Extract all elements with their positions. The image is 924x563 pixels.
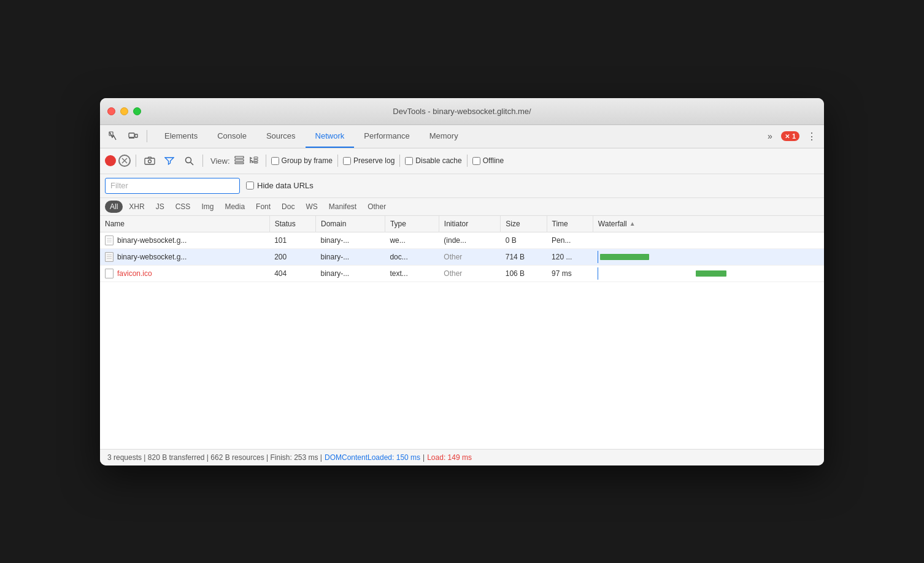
col-name[interactable]: Name: [100, 216, 269, 232]
tab-bar-divider: [147, 130, 147, 142]
td-size: 106 B: [501, 265, 547, 282]
network-toolbar: View:: [100, 148, 824, 174]
file-icon: [105, 269, 114, 278]
type-filter-bar: All XHR JS CSS Img Media Font Doc WS Man…: [100, 198, 824, 216]
td-waterfall: [593, 265, 824, 282]
table-header-row: Name Status Domain Type Initiator Size T…: [100, 216, 824, 232]
td-name: favicon.ico: [100, 265, 269, 282]
network-table-container: Name Status Domain Type Initiator Size T…: [100, 216, 824, 449]
error-count: 1: [792, 132, 796, 140]
col-waterfall[interactable]: Waterfall ▲: [593, 216, 824, 232]
col-type[interactable]: Type: [385, 216, 439, 232]
list-view-icon[interactable]: [233, 155, 246, 167]
camera-button[interactable]: [141, 152, 158, 169]
filter-font[interactable]: Font: [251, 201, 275, 213]
disable-cache-label[interactable]: Disable cache: [405, 156, 461, 165]
close-button[interactable]: [107, 107, 115, 115]
disable-cache-checkbox[interactable]: [405, 157, 413, 165]
traffic-lights: [107, 107, 141, 115]
col-time[interactable]: Time: [547, 216, 593, 232]
record-button[interactable]: [105, 155, 116, 166]
table-row[interactable]: binary-websocket.g... 101 binary-... we.…: [100, 232, 824, 248]
title-bar: DevTools - binary-websocket.glitch.me/: [100, 98, 824, 125]
svg-line-9: [190, 162, 193, 165]
device-toggle-icon[interactable]: [125, 128, 142, 145]
filter-xhr[interactable]: XHR: [124, 201, 149, 213]
td-status: 101: [269, 232, 315, 248]
tab-performance[interactable]: Performance: [354, 124, 419, 148]
col-initiator[interactable]: Initiator: [439, 216, 500, 232]
tab-elements[interactable]: Elements: [155, 124, 207, 148]
status-dcl: DOMContentLoaded: 150 ms: [325, 453, 420, 462]
filter-media[interactable]: Media: [220, 201, 250, 213]
td-domain: binary-...: [315, 265, 385, 282]
tab-console[interactable]: Console: [207, 124, 256, 148]
td-initiator: Other: [439, 265, 500, 282]
toolbar-divider-6: [467, 155, 468, 167]
toolbar-divider-3: [266, 155, 266, 167]
group-by-frame-checkbox[interactable]: [271, 157, 279, 165]
filter-manifest[interactable]: Manifest: [324, 201, 361, 213]
group-by-frame-label[interactable]: Group by frame: [271, 156, 333, 165]
td-type: text...: [385, 265, 439, 282]
toolbar-divider-1: [136, 155, 136, 167]
td-initiator: Other: [439, 248, 500, 265]
search-button[interactable]: [180, 152, 198, 169]
offline-checkbox[interactable]: [472, 157, 480, 165]
filter-all[interactable]: All: [105, 201, 123, 213]
table-row[interactable]: binary-websocket.g... 200 binary-... doc…: [100, 248, 824, 265]
tree-view-icon[interactable]: [247, 155, 261, 167]
tab-memory[interactable]: Memory: [420, 124, 468, 148]
inspect-icon[interactable]: [105, 128, 122, 145]
col-status[interactable]: Status: [269, 216, 315, 232]
hide-data-urls-checkbox[interactable]: [246, 182, 254, 190]
td-status: 200: [269, 248, 315, 265]
offline-label[interactable]: Offline: [472, 156, 504, 165]
col-domain[interactable]: Domain: [315, 216, 385, 232]
svg-rect-19: [254, 159, 258, 161]
clear-button[interactable]: [118, 155, 131, 167]
minimize-button[interactable]: [120, 107, 128, 115]
error-badge[interactable]: ✕ 1: [781, 131, 799, 141]
preserve-log-label[interactable]: Preserve log: [343, 156, 395, 165]
col-size[interactable]: Size: [501, 216, 547, 232]
svg-rect-18: [254, 157, 258, 159]
preserve-log-checkbox[interactable]: [343, 157, 351, 165]
status-text: 3 requests | 820 B transferred | 662 B r…: [107, 453, 322, 462]
hide-data-urls-label[interactable]: Hide data URLs: [246, 181, 314, 190]
filter-img[interactable]: Img: [196, 201, 218, 213]
td-time: 97 ms: [547, 265, 593, 282]
filter-js[interactable]: JS: [151, 201, 169, 213]
tab-bar: Elements Console Sources Network Perform…: [100, 125, 824, 148]
filter-other[interactable]: Other: [363, 201, 391, 213]
tab-bar-right: » ✕ 1 ⋮: [764, 128, 819, 145]
file-icon: [105, 236, 114, 245]
svg-rect-10: [235, 156, 244, 158]
filter-css[interactable]: CSS: [171, 201, 196, 213]
tab-sources[interactable]: Sources: [256, 124, 306, 148]
svg-rect-11: [235, 159, 244, 161]
svg-rect-1: [129, 133, 134, 137]
status-bar: 3 requests | 820 B transferred | 662 B r…: [100, 449, 824, 465]
filter-button[interactable]: [161, 152, 178, 169]
filter-input[interactable]: [105, 178, 240, 194]
maximize-button[interactable]: [133, 107, 141, 115]
td-initiator: (inde...: [439, 232, 500, 248]
table-row[interactable]: favicon.ico 404 binary-... text... Other…: [100, 265, 824, 282]
more-tabs-button[interactable]: »: [764, 129, 776, 144]
td-size: 714 B: [501, 248, 547, 265]
kebab-menu-button[interactable]: ⋮: [804, 128, 819, 145]
devtools-window: DevTools - binary-websocket.glitch.me/: [100, 98, 824, 465]
toolbar-divider-4: [337, 155, 338, 167]
filter-ws[interactable]: WS: [301, 201, 322, 213]
td-size: 0 B: [501, 232, 547, 248]
file-icon: [105, 252, 114, 262]
view-icons: [233, 155, 261, 167]
tab-network[interactable]: Network: [306, 124, 355, 148]
window-title: DevTools - binary-websocket.glitch.me/: [393, 107, 531, 116]
view-label: View:: [210, 156, 230, 166]
filter-doc[interactable]: Doc: [277, 201, 299, 213]
sort-arrow: ▲: [629, 220, 636, 227]
status-separator: |: [423, 453, 425, 462]
td-waterfall: [593, 232, 824, 248]
